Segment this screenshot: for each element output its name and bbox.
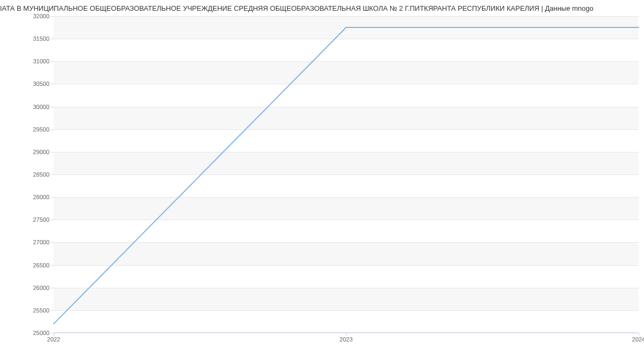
y-tick-mark — [51, 84, 54, 84]
y-tick-mark — [51, 61, 54, 62]
y-tick-label: 29000 — [33, 149, 49, 155]
y-tick-label: 28000 — [33, 194, 49, 200]
x-tick-mark — [54, 333, 54, 336]
y-tick-mark — [51, 220, 54, 220]
y-tick-mark — [51, 16, 54, 17]
y-tick-mark — [51, 107, 54, 107]
y-tick-mark — [51, 288, 54, 288]
x-tick-mark — [346, 333, 347, 336]
line-chart-svg — [54, 16, 639, 333]
y-tick-mark — [51, 197, 54, 198]
y-tick-label: 27000 — [33, 239, 49, 245]
y-tick-label: 31000 — [33, 58, 49, 64]
plot-area: 2500025500260002650027000275002800028500… — [54, 16, 639, 333]
y-tick-mark — [51, 242, 54, 243]
y-tick-label: 25000 — [33, 330, 49, 336]
y-tick-label: 27500 — [33, 216, 49, 223]
y-tick-label: 26500 — [33, 262, 49, 268]
y-tick-mark — [51, 174, 54, 175]
y-tick-mark — [51, 129, 54, 130]
x-tick-mark — [639, 333, 639, 336]
y-tick-label: 32000 — [33, 13, 49, 19]
x-tick-label: 2022 — [47, 336, 60, 343]
y-tick-mark — [51, 152, 54, 152]
data-series-line — [54, 27, 639, 324]
y-tick-label: 29500 — [33, 126, 49, 133]
x-tick-label: 2023 — [340, 336, 353, 343]
x-tick-label: 2024 — [632, 336, 644, 343]
y-tick-mark — [51, 265, 54, 266]
y-tick-label: 26000 — [33, 285, 49, 291]
chart-title: ІАТА В МУНИЦИПАЛЬНОЕ ОБЩЕОБРАЗОВАТЕЛЬНОЕ… — [0, 0, 644, 14]
y-tick-label: 30000 — [33, 104, 49, 110]
y-tick-mark — [51, 310, 54, 311]
y-tick-label: 31500 — [33, 35, 49, 42]
y-tick-label: 30500 — [33, 81, 49, 87]
y-tick-label: 25500 — [33, 307, 49, 314]
chart-container: ІАТА В МУНИЦИПАЛЬНОЕ ОБЩЕОБРАЗОВАТЕЛЬНОЕ… — [0, 0, 644, 349]
y-tick-label: 28500 — [33, 171, 49, 178]
y-tick-mark — [51, 39, 54, 39]
